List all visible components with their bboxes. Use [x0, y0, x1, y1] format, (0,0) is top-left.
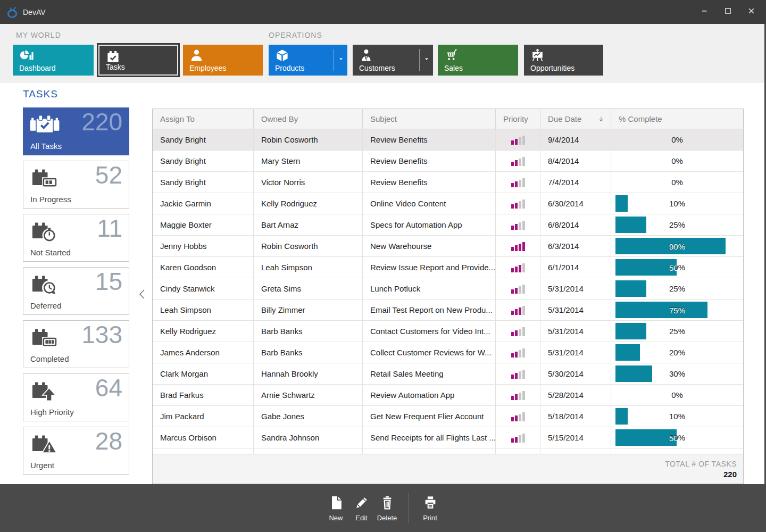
- table-row[interactable]: Jenny HobbsRobin CosworthNew Warehourse6…: [153, 236, 743, 257]
- tile-customers[interactable]: Customers: [353, 45, 433, 76]
- table-row[interactable]: Clark MorganHannah BrooklyRetail Sales M…: [153, 363, 743, 385]
- cell-percent-complete: 25%25%: [611, 321, 743, 342]
- task-filter-card-in-progress[interactable]: 52In Progress: [23, 161, 129, 209]
- task-filter-card-completed[interactable]: 133Completed: [23, 320, 129, 368]
- column-header-owned-by[interactable]: Owned By: [254, 109, 363, 129]
- task-filter-card-not-started[interactable]: 11Not Started: [23, 214, 129, 262]
- tile-label: Sales: [444, 64, 463, 72]
- task-filter-card-high-priority[interactable]: 64High Priority: [23, 373, 129, 421]
- cell-priority: [496, 278, 540, 299]
- column-header-complete[interactable]: % Complete: [611, 109, 743, 129]
- cell-subject: Review Automation App: [363, 385, 496, 405]
- cell-assign-to: Brad Farkus: [153, 385, 254, 405]
- cell-percent-complete: 10%10%: [611, 406, 743, 427]
- task-filter-card-all-tasks[interactable]: 220All Tasks: [23, 107, 129, 155]
- cell-percent-complete: 30%30%: [611, 363, 743, 384]
- tile-opportunities[interactable]: Opportunities: [524, 45, 603, 76]
- card-label: All Tasks: [30, 142, 62, 151]
- tile-products[interactable]: Products: [269, 45, 347, 76]
- devav-logo-icon: [5, 5, 19, 19]
- task-filter-card-deferred[interactable]: 15Deferred: [23, 267, 129, 315]
- column-header-due-date[interactable]: Due Date: [540, 109, 611, 129]
- edit-button[interactable]: Edit: [351, 495, 373, 522]
- dropdown-caret-icon: [423, 55, 430, 65]
- tile-dropdown-button[interactable]: [419, 49, 433, 71]
- print-button[interactable]: Print: [419, 495, 442, 522]
- table-row[interactable]: Sandy BrightVictor NorrisReview Benefits…: [153, 172, 743, 193]
- card-count: 133: [81, 321, 122, 349]
- table-row[interactable]: Cindy StanwickGreta SimsLunch Potluck5/3…: [153, 278, 743, 300]
- close-button[interactable]: [739, 0, 763, 24]
- column-header-label: Priority: [503, 114, 528, 123]
- delete-icon: [379, 495, 395, 511]
- priority-bars-icon: [511, 135, 525, 145]
- toolbar-button-label: Edit: [355, 514, 367, 522]
- cell-priority: [496, 172, 540, 193]
- cell-owned-by: Hannah Brookly: [254, 363, 363, 384]
- cell-due-date: 7/4/2014: [540, 172, 611, 193]
- cell-percent-complete: 50%50%: [611, 257, 743, 278]
- minimize-button[interactable]: [693, 0, 716, 24]
- cell-percent-complete: 0%: [611, 129, 743, 150]
- cell-assign-to: Cindy Stanwick: [153, 278, 254, 299]
- cell-owned-by: Victor Norris: [254, 172, 363, 193]
- close-icon: [746, 5, 757, 19]
- percent-label-overlay: 10%: [615, 193, 628, 214]
- delete-button[interactable]: Delete: [376, 495, 398, 522]
- ribbon: MY WORLDDashboardTasksEmployeesOPERATION…: [0, 24, 766, 82]
- tile-sales[interactable]: Sales: [438, 45, 518, 76]
- table-row[interactable]: Karen GoodsonLeah SimpsonReview Issue Re…: [153, 257, 743, 278]
- titlebar: DevAV: [0, 0, 766, 24]
- cell-percent-complete: 0%: [611, 151, 743, 171]
- completed-icon: [30, 327, 60, 350]
- table-row[interactable]: Jim PackardGabe JonesGet New Frequent Fl…: [153, 406, 743, 427]
- cell-assign-to: Leah Simpson: [153, 300, 254, 320]
- table-row[interactable]: Sandy BrightMary SternReview Benefits8/4…: [153, 151, 743, 172]
- card-count: 15: [95, 268, 122, 296]
- task-filter-card-urgent[interactable]: 28Urgent: [23, 427, 129, 475]
- window-controls: [693, 0, 763, 24]
- column-header-label: Due Date: [548, 114, 581, 123]
- tile-tasks[interactable]: Tasks: [97, 43, 180, 77]
- table-row[interactable]: Kelly RodriguezBarb BanksContact Custome…: [153, 321, 743, 342]
- cell-due-date: 6/3/2014: [540, 236, 611, 256]
- all-tasks-icon: [30, 114, 60, 137]
- table-row-partial[interactable]: [153, 448, 743, 454]
- cell-subject: Collect Customer Reviews for W...: [363, 342, 496, 363]
- column-header-label: Owned By: [261, 114, 298, 123]
- table-row[interactable]: Sandy BrightRobin CosworthReview Benefit…: [153, 129, 743, 151]
- column-header-assign-to[interactable]: Assign To: [153, 109, 254, 129]
- column-header-subject[interactable]: Subject: [363, 109, 496, 129]
- percent-label-overlay: 25%: [615, 214, 646, 235]
- tile-employees[interactable]: Employees: [183, 45, 263, 76]
- column-header-priority[interactable]: Priority: [496, 109, 540, 129]
- cell-percent-complete: 10%10%: [611, 193, 743, 214]
- maximize-button[interactable]: [716, 0, 739, 24]
- table-row[interactable]: Maggie BoxterBart ArnazSpecs for Automat…: [153, 214, 743, 236]
- tile-dashboard[interactable]: Dashboard: [13, 45, 94, 76]
- new-button[interactable]: New: [325, 495, 347, 522]
- cell-subject: Review Benefits: [363, 151, 496, 171]
- tile-dropdown-button[interactable]: [334, 49, 347, 71]
- cell-percent-complete: 0%: [611, 172, 743, 193]
- cell-subject: Review Issue Report and Provide...: [363, 257, 496, 278]
- cell-due-date: 6/8/2014: [540, 214, 611, 235]
- table-row[interactable]: Leah SimpsonBilly ZimmerEmail Test Repor…: [153, 300, 743, 321]
- main-content: TASKS 220All Tasks52In Progress11Not Sta…: [0, 82, 766, 484]
- table-row[interactable]: James AndersonBarb BanksCollect Customer…: [153, 342, 743, 363]
- tile-label: Products: [275, 64, 304, 72]
- deferred-icon: [30, 273, 60, 297]
- opportunities-icon: [530, 48, 545, 63]
- cell-subject: Email Test Report on New Produ...: [363, 300, 496, 320]
- table-row[interactable]: Marcus OrbisonSandra JohnsonSend Receipt…: [153, 427, 743, 448]
- cell-owned-by: Kelly Rodriguez: [254, 193, 363, 214]
- cell-priority: [496, 406, 540, 427]
- employees-icon: [189, 48, 204, 63]
- table-row[interactable]: Jackie GarminKelly RodriguezOnline Video…: [153, 193, 743, 214]
- priority-bars-icon: [511, 199, 525, 209]
- chevron-left-icon: [136, 286, 149, 304]
- table-row[interactable]: Brad FarkusArnie SchwartzReview Automati…: [153, 385, 743, 406]
- percent-label: 10%: [611, 406, 743, 427]
- cell-due-date: 5/30/2014: [540, 363, 611, 384]
- sidebar-collapse-button[interactable]: [135, 286, 150, 305]
